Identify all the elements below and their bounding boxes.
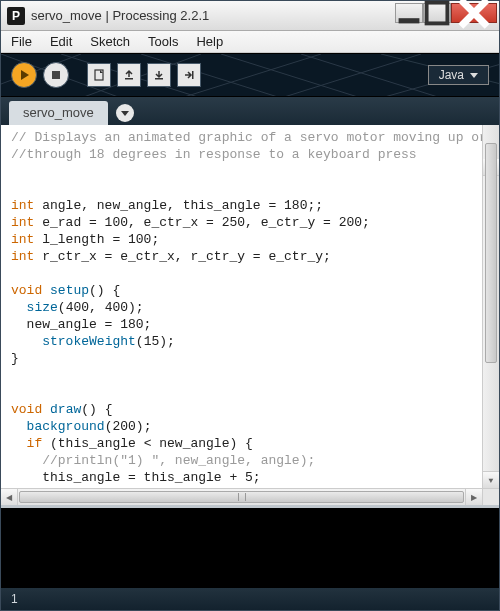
code-editor[interactable]: // Displays an animated graphic of a ser… — [1, 125, 499, 488]
scroll-down-arrow-icon[interactable]: ▼ — [483, 471, 499, 488]
app-icon: P — [7, 7, 25, 25]
open-button[interactable] — [117, 63, 141, 87]
maximize-button[interactable] — [423, 3, 451, 23]
svg-rect-3 — [52, 71, 60, 79]
save-button[interactable] — [147, 63, 171, 87]
menu-edit[interactable]: Edit — [46, 32, 76, 51]
tab-servo-move[interactable]: servo_move — [9, 101, 108, 125]
scroll-thumb[interactable] — [485, 143, 497, 363]
svg-rect-6 — [155, 78, 163, 80]
vertical-scrollbar[interactable]: ▲ ▼ — [482, 125, 499, 488]
minimize-button[interactable] — [395, 3, 423, 23]
mode-selector[interactable]: Java — [428, 65, 489, 85]
tabbar: servo_move — [1, 97, 499, 125]
new-button[interactable] — [87, 63, 111, 87]
svg-marker-2 — [21, 70, 29, 80]
statusbar: 1 — [1, 588, 499, 610]
horizontal-scrollbar[interactable]: ◀ ▶ — [1, 488, 499, 505]
menu-help[interactable]: Help — [192, 32, 227, 51]
titlebar: P servo_move | Processing 2.2.1 — [1, 1, 499, 31]
svg-rect-7 — [192, 71, 194, 79]
svg-rect-4 — [95, 70, 103, 80]
chevron-down-icon — [470, 73, 478, 78]
menu-tools[interactable]: Tools — [144, 32, 182, 51]
scroll-track[interactable] — [18, 489, 465, 505]
svg-rect-0 — [399, 18, 420, 23]
window-title: servo_move | Processing 2.2.1 — [31, 8, 395, 23]
close-button[interactable] — [451, 3, 497, 23]
run-button[interactable] — [11, 62, 37, 88]
toolbar: Java — [1, 53, 499, 97]
app-window: P servo_move | Processing 2.2.1 File Edi… — [0, 0, 500, 611]
scroll-right-arrow-icon[interactable]: ▶ — [465, 489, 482, 505]
chevron-down-icon — [121, 111, 129, 116]
line-number: 1 — [11, 592, 18, 606]
scroll-thumb[interactable] — [19, 491, 464, 503]
svg-rect-5 — [125, 78, 133, 80]
window-buttons — [395, 8, 497, 23]
menu-file[interactable]: File — [7, 32, 36, 51]
tab-menu-button[interactable] — [116, 104, 134, 122]
scroll-corner — [482, 489, 499, 505]
scroll-left-arrow-icon[interactable]: ◀ — [1, 489, 18, 505]
menubar: File Edit Sketch Tools Help — [1, 31, 499, 53]
export-button[interactable] — [177, 63, 201, 87]
mode-label: Java — [439, 68, 464, 82]
svg-rect-1 — [427, 3, 448, 24]
console[interactable] — [1, 508, 499, 588]
editor-area: // Displays an animated graphic of a ser… — [1, 125, 499, 588]
menu-sketch[interactable]: Sketch — [86, 32, 134, 51]
stop-button[interactable] — [43, 62, 69, 88]
